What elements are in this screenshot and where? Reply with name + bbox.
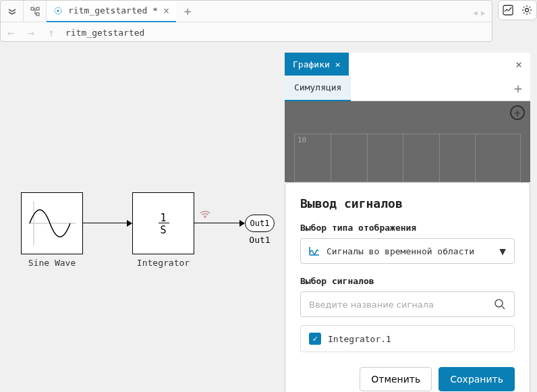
file-tab[interactable]: ritm_getstarted * × (47, 1, 176, 22)
up-icon[interactable]: ↑ (41, 22, 61, 43)
search-icon[interactable] (494, 298, 506, 310)
arrow-head-2 (239, 220, 245, 227)
panel-subtab-bar: Симуляция + (285, 76, 530, 101)
back-icon[interactable]: ← (1, 22, 21, 43)
display-type-label: Выбор типа отображения (300, 223, 515, 233)
svg-line-11 (502, 306, 505, 309)
tab-row: ritm_getstarted * × + ◂ ▸ (1, 1, 492, 22)
right-toolbar (498, 0, 537, 20)
tab-title: ritm_getstarted * (68, 5, 158, 16)
add-subtab-button[interactable]: + (506, 80, 530, 96)
sine-wave-icon (22, 193, 82, 254)
modal-title: Вывод сигналов (300, 196, 515, 211)
signal-name: Integrator.1 (328, 334, 391, 344)
svg-point-6 (526, 9, 529, 12)
cancel-button[interactable]: Отменить (360, 367, 432, 391)
signal-search-input[interactable] (309, 300, 494, 310)
svg-rect-1 (36, 7, 39, 10)
breadcrumb: ritm_getstarted (65, 28, 144, 38)
chevron-right-icon[interactable]: ▸ (480, 6, 486, 19)
svg-point-9 (204, 217, 206, 219)
wifi-icon (200, 209, 210, 219)
integrator-label: Integrator (133, 258, 194, 268)
signals-label: Выбор сигналов (300, 276, 515, 286)
close-icon[interactable]: × (163, 5, 169, 17)
add-tab-button[interactable]: + (176, 4, 199, 18)
simulation-tab[interactable]: Симуляция (285, 76, 351, 101)
timeseries-icon (309, 246, 320, 256)
chart-icon[interactable] (503, 5, 513, 16)
chevron-left-icon[interactable]: ◂ (472, 6, 479, 19)
chart-area: + 10 (285, 101, 530, 182)
svg-rect-2 (36, 13, 39, 16)
integrator-denominator: S (133, 224, 194, 236)
sine-wave-label: Sine Wave (22, 258, 82, 268)
save-button[interactable]: Сохранить (439, 367, 515, 391)
panel-tab-bar: Графики × × (285, 53, 530, 76)
sine-wave-block[interactable]: Sine Wave (21, 192, 83, 254)
expand-icon[interactable] (1, 1, 24, 22)
out1-label: Out1 (245, 235, 275, 245)
chart-tick: 10 (298, 136, 306, 144)
signal-checkbox[interactable]: ✓ (309, 333, 321, 345)
display-type-value: Сигналы во временной области (327, 246, 492, 256)
tab-nav-arrows: ◂ ▸ (472, 6, 486, 19)
modal-buttons: Отменить Сохранить (300, 367, 515, 391)
out1-port[interactable]: Out1 (245, 215, 275, 232)
arrow-head-1 (127, 220, 132, 227)
panel-close-button[interactable]: × (507, 58, 530, 71)
signal-search-box (300, 291, 515, 317)
display-type-select[interactable]: Сигналы во временной области ▼ (300, 238, 515, 264)
signal-output-modal: Вывод сигналов Выбор типа отображения Си… (285, 182, 530, 392)
connection-2 (194, 223, 240, 223)
chevron-down-icon: ▼ (499, 245, 506, 258)
connection-1 (83, 223, 128, 223)
svg-rect-0 (31, 7, 34, 10)
signal-item[interactable]: ✓ Integrator.1 (300, 325, 515, 352)
fraction-line (159, 223, 169, 223)
gear-icon[interactable] (521, 5, 532, 16)
chart-grid: 10 (294, 134, 521, 182)
close-icon[interactable]: × (335, 59, 341, 69)
graphs-panel: Графики × × Симуляция + + 10 Вывод сигна… (285, 53, 530, 383)
svg-point-10 (495, 300, 503, 307)
breadcrumb-row: ← → ↑ ritm_getstarted (1, 22, 492, 43)
diagram-canvas[interactable]: Sine Wave 1 S Integrator Out1 Out1 Графи… (0, 43, 537, 392)
tree-icon[interactable] (24, 1, 47, 22)
target-icon (53, 6, 63, 16)
integrator-block[interactable]: 1 S Integrator (132, 192, 194, 254)
add-chart-button[interactable]: + (510, 105, 525, 120)
main-toolbar: ritm_getstarted * × + ◂ ▸ ← → ↑ ritm_get… (0, 0, 492, 42)
forward-icon[interactable]: → (21, 22, 41, 43)
graphs-tab[interactable]: Графики × (285, 53, 349, 76)
svg-point-4 (57, 9, 59, 11)
